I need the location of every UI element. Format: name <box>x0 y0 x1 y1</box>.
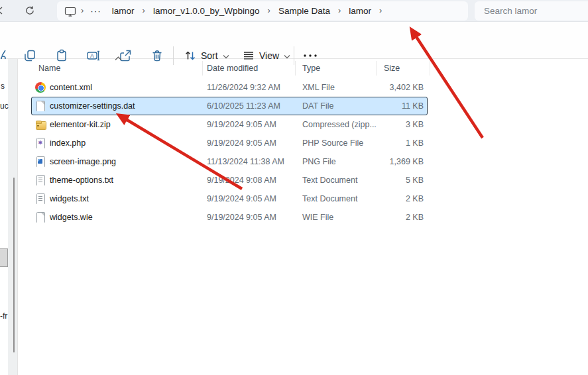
file-date-modified: 9/19/2024 9:08 AM <box>202 176 295 185</box>
search-input[interactable]: Search lamor <box>475 1 588 21</box>
chevron-right-icon: › <box>379 6 382 15</box>
chrome-file-icon <box>35 82 46 93</box>
sidebar-fragment-text: -fr <box>0 311 7 321</box>
file-name: theme-options.txt <box>50 176 113 185</box>
breadcrumb-overflow-button[interactable]: ··· <box>86 3 106 19</box>
txt-file-icon <box>35 175 46 186</box>
sidebar-fragment-text: s <box>1 81 5 91</box>
chevron-right-icon: › <box>81 6 84 15</box>
file-name: content.xml <box>50 83 92 92</box>
file-size: 11 KB <box>376 101 424 111</box>
chevron-down-icon <box>284 54 290 59</box>
file-type: Text Document <box>295 176 376 185</box>
file-name: widgets.wie <box>50 213 93 222</box>
column-divider[interactable] <box>295 61 296 76</box>
sidebar-scrollbar[interactable] <box>13 178 15 352</box>
file-size: 3 KB <box>376 120 424 129</box>
file-type: WIE File <box>295 213 376 222</box>
file-date-modified: 9/19/2024 9:05 AM <box>202 120 295 129</box>
file-type: PHP Source File <box>295 138 376 148</box>
file-size: 2 KB <box>376 194 424 203</box>
file-row[interactable]: customizer-settings.dat 6/10/2025 11:23 … <box>31 97 428 115</box>
chevron-right-icon: › <box>143 6 145 15</box>
file-file-icon <box>35 212 46 223</box>
file-explorer-window: › ··· lamor › lamor_v1.0.0_by_Wpbingo › … <box>0 0 588 375</box>
file-date-modified: 6/10/2025 11:23 AM <box>202 101 295 111</box>
file-date-modified: 11/13/2024 11:38 AM <box>202 157 295 166</box>
png-file-icon <box>35 156 46 167</box>
php-file-icon <box>35 138 46 148</box>
breadcrumb-item-lamor-current[interactable]: lamor <box>343 3 377 19</box>
file-file-icon <box>35 101 46 111</box>
sort-ascending-icon <box>115 56 122 61</box>
this-pc-icon[interactable] <box>64 6 76 17</box>
column-header-date-modified[interactable]: Date modified <box>202 60 295 78</box>
file-row[interactable]: theme-options.txt 9/19/2024 9:08 AM Text… <box>31 171 428 189</box>
more-icon <box>303 54 318 58</box>
file-type: XML File <box>295 83 376 92</box>
file-row[interactable]: index.php 9/19/2024 9:05 AM PHP Source F… <box>31 134 428 152</box>
file-date-modified: 9/19/2024 9:05 AM <box>202 194 295 203</box>
txt-file-icon <box>35 193 46 204</box>
file-size: 1,369 KB <box>376 157 424 166</box>
file-row[interactable]: elementor-kit.zip 9/19/2024 9:05 AM Comp… <box>31 115 428 134</box>
file-row[interactable]: content.xml 11/26/2024 9:32 AM XML File … <box>31 78 428 97</box>
file-type: DAT File <box>295 101 376 111</box>
file-name: index.php <box>50 138 86 148</box>
breadcrumb-item-lamor-version[interactable]: lamor_v1.0.0_by_Wpbingo <box>147 3 266 19</box>
column-header-size[interactable]: Size <box>376 60 430 78</box>
column-divider[interactable] <box>202 61 203 76</box>
file-date-modified: 9/19/2024 9:05 AM <box>202 138 295 148</box>
column-divider[interactable] <box>430 61 430 76</box>
file-row[interactable]: widgets.wie 9/19/2024 9:05 AM WIE File 2… <box>31 208 428 227</box>
file-type: Text Document <box>295 194 376 203</box>
file-name: customizer-settings.dat <box>50 101 135 111</box>
file-list: content.xml 11/26/2024 9:32 AM XML File … <box>31 78 429 227</box>
file-row[interactable]: screen-image.png 11/13/2024 11:38 AM PNG… <box>31 152 428 171</box>
file-date-modified: 11/26/2024 9:32 AM <box>202 83 295 92</box>
zip-file-icon <box>35 119 46 130</box>
file-size: 5 KB <box>376 176 424 185</box>
refresh-button[interactable] <box>22 3 38 19</box>
file-size: 3,402 KB <box>376 83 424 92</box>
address-toolbar: › ··· lamor › lamor_v1.0.0_by_Wpbingo › … <box>0 0 588 22</box>
column-header-type[interactable]: Type <box>295 60 376 78</box>
svg-text:A: A <box>90 52 94 59</box>
back-icon[interactable] <box>0 6 5 15</box>
chevron-right-icon: › <box>338 6 341 15</box>
file-name: widgets.txt <box>50 194 89 203</box>
refresh-icon <box>25 5 35 16</box>
file-row[interactable]: widgets.txt 9/19/2024 9:05 AM Text Docum… <box>31 189 428 208</box>
breadcrumb-item-lamor[interactable]: lamor <box>106 3 141 19</box>
chevron-right-icon: › <box>268 6 270 15</box>
column-header-name[interactable]: Name <box>31 60 202 78</box>
file-size: 1 KB <box>376 138 424 148</box>
sidebar-fragment-box <box>0 248 8 267</box>
breadcrumb[interactable]: › ··· lamor › lamor_v1.0.0_by_Wpbingo › … <box>57 1 468 21</box>
breadcrumb-item-sample-data[interactable]: Sample Data <box>272 3 336 19</box>
command-toolbar: A Sort <box>0 23 588 59</box>
file-name: elementor-kit.zip <box>50 120 111 129</box>
sidebar-fragment-text: uc <box>0 101 9 111</box>
file-date-modified: 9/19/2024 9:05 AM <box>202 213 295 222</box>
file-name: screen-image.png <box>50 157 116 166</box>
chevron-down-icon <box>223 54 229 59</box>
file-type: PNG File <box>295 157 376 166</box>
file-size: 2 KB <box>376 213 424 222</box>
file-type: Compressed (zipp... <box>295 120 376 129</box>
search-placeholder: Search lamor <box>484 6 537 16</box>
column-divider[interactable] <box>376 61 377 76</box>
column-header-row: Name Date modified Type Size <box>31 60 436 78</box>
